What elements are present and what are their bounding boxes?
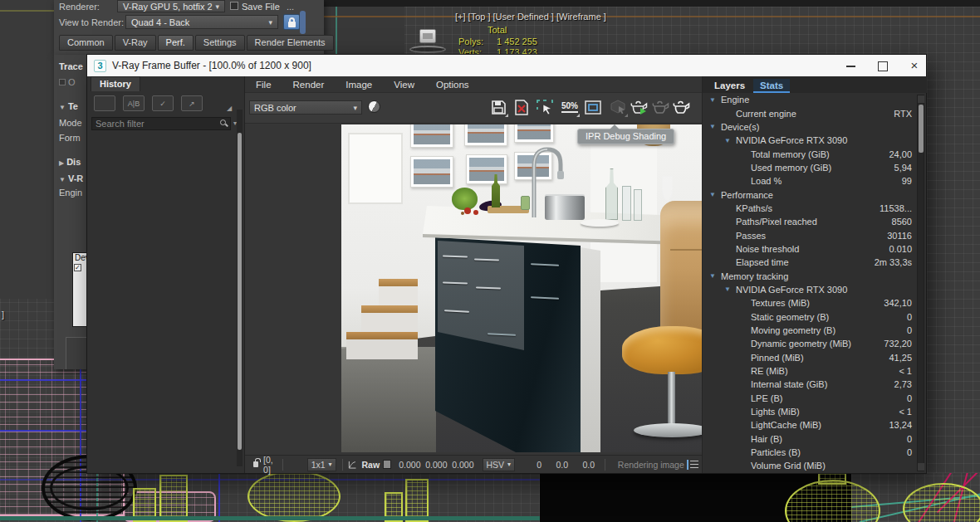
minimize-button[interactable] [846,61,856,71]
menu-item[interactable]: File [245,80,282,90]
vfb-titlebar[interactable]: 3 V-Ray Frame Buffer - [100.0% of 1200 x… [87,55,926,76]
history-search-input[interactable] [91,117,231,130]
tree-arrow-icon[interactable]: ▼ [724,285,736,293]
color-curve-icon[interactable] [348,459,356,471]
stats-row-value: RTX [894,109,917,119]
stats-row[interactable]: ▼ Textures (MiB) 342,10 [703,296,917,310]
rollout-vray[interactable]: ▼V-R [59,173,83,183]
viewport-label[interactable]: [+] [Top ] [User Defined ] [Wireframe ] [455,12,606,22]
stats-row[interactable]: ▼ Paths/Pixel reached 8560 [703,215,917,228]
stats-row-label: Passes [736,231,766,241]
stats-row-value: 0 [907,434,917,444]
stats-scrollbar[interactable] [917,95,924,471]
zoom-50-button[interactable]: 50% [560,97,580,117]
stats-row[interactable]: ▼ Internal state (GiB) 2,73 [703,378,917,391]
dialog-scrollbar-thumb[interactable] [300,11,306,34]
stats-row[interactable]: ▼ Volume Grid (MiB) [703,459,917,472]
stats-row[interactable]: ▼ Noise threshold 0.010 [703,242,917,256]
history-tool-button[interactable]: ✓ [152,95,174,111]
log-icon[interactable] [687,460,695,470]
ipr-debug-shading-button[interactable] [608,97,628,117]
stats-row[interactable]: ▼ Passes 30116 [703,228,917,241]
render-setup-tab[interactable]: Render Elements [247,35,334,51]
dropdown-corner-icon [576,114,580,117]
device-checkbox[interactable]: ✓ [74,264,81,271]
stats-row[interactable]: ▼ NVIDIA GeForce RTX 3090 [703,134,917,147]
render-last-teapot-button[interactable] [672,97,692,117]
region-render-button[interactable] [535,97,555,117]
maximize-button[interactable] [878,61,888,71]
show-frame-button[interactable] [583,97,603,117]
save-image-button[interactable] [488,97,508,117]
view-to-render-dropdown[interactable]: Quad 4 - Back ▾ [125,15,278,29]
history-dropdown-icon[interactable]: ◢ [227,105,232,112]
lock-view-button[interactable] [283,14,300,30]
device-listbox[interactable]: Devi ✓ [72,252,87,327]
tree-arrow-icon[interactable]: ▼ [709,191,721,198]
menu-item[interactable]: Image [335,80,383,90]
history-tool-button[interactable] [94,95,115,111]
menu-item[interactable]: Options [425,80,480,90]
tree-arrow-icon[interactable]: ▼ [724,137,736,144]
pixel-ratio-combo[interactable]: 1x1▾ [307,458,336,471]
close-button[interactable]: × [909,61,919,71]
option-checkbox[interactable] [59,79,66,85]
rollout-textures[interactable]: ▼Te [59,101,78,111]
stats-row[interactable]: ▼ Hair (B) 0 [703,432,917,446]
tree-arrow-icon[interactable]: ▼ [709,272,721,280]
stats-row[interactable]: ▼ Static geometry (B) 0 [703,310,917,324]
wireframe-yellow-sphere [903,483,980,522]
stats-row[interactable]: ▼ Used memory (GiB) 5,94 [703,161,917,174]
stats-row[interactable]: ▼ Engine [703,93,917,106]
clear-image-button[interactable] [512,97,532,117]
stats-panel-tab[interactable]: Stats [753,79,790,93]
stats-row[interactable]: ▼ Performance [703,188,917,201]
stop-render-teapot-button[interactable] [651,97,671,117]
hsv-combo[interactable]: HSV▾ [483,458,516,471]
stats-row[interactable]: ▼ Load % 99 [703,174,917,188]
tree-arrow-icon[interactable]: ▼ [709,96,721,104]
stats-row[interactable]: ▼ NVIDIA GeForce RTX 3090 [703,283,917,296]
stats-row[interactable]: ▼ KPaths/s 11538... [703,202,917,215]
stats-row[interactable]: ▼ LightCache (MiB) 13,24 [703,418,917,432]
rollout-trace[interactable]: Trace [59,61,83,71]
rollout-distributed[interactable]: ▶Dis [59,157,81,167]
menu-item[interactable]: View [383,80,425,90]
tree-arrow-icon[interactable]: ▼ [709,123,721,130]
stats-row-value: 732,20 [884,339,917,349]
start-ipr-teapot-button[interactable] [630,97,649,117]
history-tool-button[interactable]: A|B [123,95,145,111]
render-setup-tab[interactable]: Perf. [158,35,194,51]
render-setup-tab[interactable]: Common [59,35,113,51]
wireframe-teal-line [336,7,337,55]
stats-row[interactable]: ▼ Particles (B) 0 [703,446,917,459]
pixel-lock-icon[interactable] [253,461,258,467]
history-scrollbar[interactable] [237,110,243,466]
render-setup-tab[interactable]: V-Ray [115,35,156,51]
render-setup-tab[interactable]: Settings [195,35,245,51]
save-file-checkbox[interactable] [230,2,238,10]
history-tab[interactable]: History [91,76,140,91]
stats-row[interactable]: ▼ LPE (B) 0 [703,392,917,405]
stats-row[interactable]: ▼ Total memory (GiB) 24,00 [703,147,917,160]
rgb-value: 0.000 [394,460,421,470]
stats-row[interactable]: ▼ Memory tracking [703,269,917,282]
stats-row[interactable]: ▼ Current engine RTX [703,106,917,120]
stats-row[interactable]: ▼ Pinned (MiB) 41,25 [703,351,917,364]
viewport-bottom-black[interactable] [540,473,851,522]
stats-row[interactable]: ▼ Elapsed time 2m 33,3s [703,256,917,269]
stats-row[interactable]: ▼ Device(s) [703,120,917,134]
stats-row[interactable]: ▼ Moving geometry (B) 0 [703,324,917,337]
channel-select-combo[interactable]: RGB color ▾ [249,100,362,115]
stats-row-value: 342,10 [884,298,917,308]
stats-panel-tab[interactable]: Layers [708,79,752,93]
renderer-dropdown[interactable]: V-Ray GPU 5, hotfix 2 ▾ [117,0,225,12]
stats-row[interactable]: ▼ Dynamic geometry (MiB) 732,20 [703,337,917,350]
display-correction-icon[interactable] [368,100,380,113]
history-tool-button[interactable]: ↗ [181,95,203,111]
stats-row[interactable]: ▼ RE (MiB) < 1 [703,364,917,378]
stats-row-label: Used memory (GiB) [751,163,831,173]
menu-item[interactable]: Render [282,80,336,90]
more-options-button[interactable]: ... [287,2,294,12]
stats-row[interactable]: ▼ Lights (MiB) < 1 [703,405,917,418]
